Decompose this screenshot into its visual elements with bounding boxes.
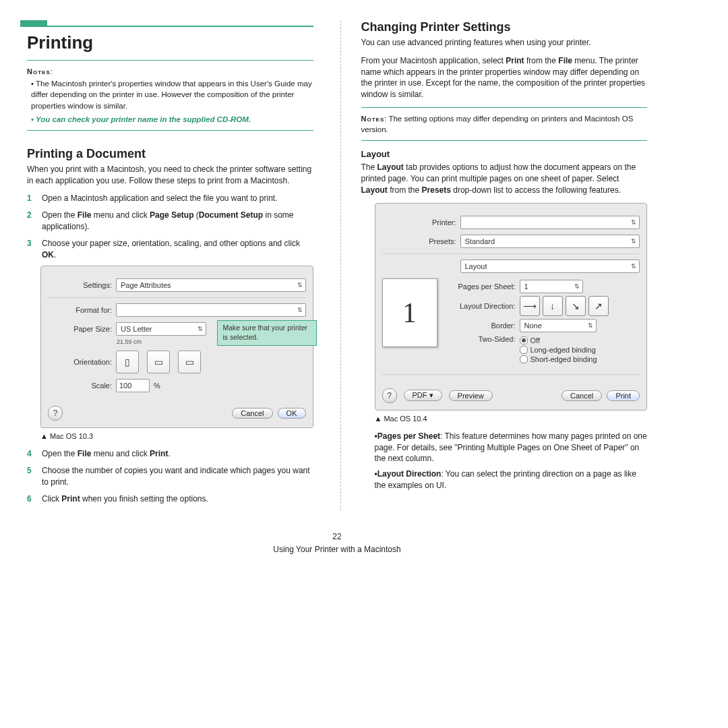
chevron-down-icon: ⇅ bbox=[198, 326, 203, 332]
notes-rule-bottom bbox=[361, 140, 648, 141]
body-text: From your Macintosh application, select … bbox=[361, 55, 648, 100]
two-sided-short-radio[interactable]: Short-edged binding bbox=[520, 355, 597, 363]
presets-dropdown[interactable]: Standard⇅ bbox=[460, 235, 640, 248]
border-label: Border: bbox=[448, 322, 516, 330]
direction-icon-3[interactable]: ↘ bbox=[566, 296, 586, 316]
direction-icon-4[interactable]: ↗ bbox=[588, 296, 609, 316]
pages-per-sheet-dropdown[interactable]: 1⇅ bbox=[520, 280, 583, 293]
notes-italic: You can check your printer name in the s… bbox=[31, 114, 313, 125]
notes-rule-top bbox=[27, 60, 313, 61]
layout-heading: Layout bbox=[361, 149, 648, 159]
ok-button[interactable]: OK bbox=[278, 408, 306, 419]
left-column: Printing Notes: The Macintosh printer's … bbox=[27, 20, 313, 510]
section-intro: When you print with a Macintosh, you nee… bbox=[27, 164, 313, 187]
border-dropdown[interactable]: None⇅ bbox=[520, 319, 597, 332]
scale-label: Scale: bbox=[48, 382, 112, 390]
printer-dropdown[interactable]: ⇅ bbox=[460, 216, 640, 229]
chevron-down-icon: ⇅ bbox=[588, 322, 593, 329]
chevron-down-icon: ⇅ bbox=[297, 307, 303, 313]
section-dropdown[interactable]: Layout⇅ bbox=[460, 260, 640, 273]
heading-rule bbox=[27, 26, 313, 27]
printer-label: Printer: bbox=[382, 218, 456, 226]
orientation-landscape-flip-icon[interactable]: ▭ bbox=[178, 351, 201, 373]
step-text: Open the File menu and click Print. bbox=[42, 448, 171, 460]
right-column: Changing Printer Settings You can use ad… bbox=[340, 20, 648, 510]
step-text: Choose your paper size, orientation, sca… bbox=[42, 238, 313, 261]
notes-bullet: The Macintosh printer's properties windo… bbox=[31, 78, 313, 111]
chevron-down-icon: ⇅ bbox=[574, 283, 580, 290]
page-heading: Printing bbox=[27, 32, 313, 53]
paper-size-label: Paper Size: bbox=[48, 325, 112, 333]
steps-list: 1Open a Macintosh application and select… bbox=[27, 193, 313, 260]
print-dialog: Printer: ⇅ Presets: Standard⇅ Layout⇅ 1 … bbox=[375, 203, 648, 411]
page-number: 22 bbox=[27, 530, 647, 543]
scale-input[interactable]: 100 bbox=[116, 379, 150, 392]
orientation-portrait-icon[interactable]: ▯ bbox=[116, 351, 139, 373]
settings-label: Settings: bbox=[48, 281, 112, 289]
footer-text: Using Your Printer with a Macintosh bbox=[27, 543, 647, 556]
step-text: Open the File menu and click Page Setup … bbox=[42, 210, 313, 233]
help-button[interactable]: ? bbox=[48, 406, 63, 421]
bullet-item: Layout Direction: You can select the pri… bbox=[375, 468, 648, 491]
orientation-landscape-icon[interactable]: ▭ bbox=[147, 351, 170, 373]
notes-label: Notes bbox=[27, 67, 51, 75]
notes-box: Notes: The setting options may differ de… bbox=[361, 113, 648, 135]
direction-icon-2[interactable]: ↓ bbox=[543, 296, 563, 316]
two-sided-off-radio[interactable]: Off bbox=[520, 336, 597, 344]
settings-dropdown[interactable]: Page Attributes⇅ bbox=[116, 278, 306, 292]
steps-list-after: 4Open the File menu and click Print. 5Ch… bbox=[27, 448, 313, 504]
pages-per-sheet-label: Pages per Sheet: bbox=[448, 282, 516, 291]
preview-button[interactable]: Preview bbox=[449, 390, 493, 401]
body-text: You can use advanced printing features w… bbox=[361, 37, 648, 49]
chevron-down-icon: ⇅ bbox=[631, 219, 636, 226]
direction-icon-1[interactable]: ⟶ bbox=[520, 296, 540, 316]
callout-tip: Make sure that your printer is selected. bbox=[217, 320, 317, 345]
section-heading: Changing Printer Settings bbox=[361, 20, 648, 34]
two-sided-long-radio[interactable]: Long-edged binding bbox=[520, 346, 597, 354]
page-setup-dialog: Make sure that your printer is selected.… bbox=[40, 266, 313, 428]
pdf-button[interactable]: PDF ▾ bbox=[404, 390, 442, 401]
feature-bullets: Pages per Sheet: This feature determines… bbox=[375, 431, 648, 491]
step-text: Open a Macintosh application and select … bbox=[42, 193, 278, 204]
help-button[interactable]: ? bbox=[382, 388, 397, 403]
format-dropdown[interactable]: ⇅ bbox=[116, 303, 306, 317]
cancel-button[interactable]: Cancel bbox=[232, 408, 272, 419]
layout-direction-label: Layout Direction: bbox=[448, 302, 516, 310]
print-button[interactable]: Print bbox=[607, 390, 640, 401]
dialog-caption: Mac OS 10.4 bbox=[375, 415, 648, 423]
chevron-down-icon: ⇅ bbox=[631, 238, 636, 245]
orientation-label: Orientation: bbox=[48, 358, 112, 366]
notes-rule-bottom bbox=[27, 130, 313, 131]
two-sided-label: Two-Sided: bbox=[448, 335, 516, 343]
format-label: Format for: bbox=[48, 306, 112, 314]
step-text: Choose the number of copies you want and… bbox=[42, 465, 313, 488]
notes-rule-top bbox=[361, 107, 648, 108]
notes-box: Notes: The Macintosh printer's propertie… bbox=[27, 66, 313, 125]
presets-label: Presets: bbox=[382, 237, 456, 245]
page-footer: 22 Using Your Printer with a Macintosh bbox=[27, 530, 647, 556]
chevron-down-icon: ⇅ bbox=[297, 282, 303, 289]
scale-suffix: % bbox=[154, 382, 160, 390]
page-preview-thumb: 1 bbox=[382, 278, 437, 347]
section-heading: Printing a Document bbox=[27, 147, 313, 161]
cancel-button[interactable]: Cancel bbox=[562, 390, 602, 401]
layout-intro: The Layout tab provides options to adjus… bbox=[361, 162, 648, 195]
step-text: Click Print when you finish setting the … bbox=[42, 493, 208, 505]
paper-size-dropdown[interactable]: US Letter⇅ bbox=[116, 322, 206, 336]
bullet-item: Pages per Sheet: This feature determines… bbox=[375, 431, 648, 464]
notes-label: Notes bbox=[361, 115, 385, 123]
chevron-down-icon: ⇅ bbox=[631, 263, 636, 270]
dialog-caption: Mac OS 10.3 bbox=[40, 432, 313, 440]
